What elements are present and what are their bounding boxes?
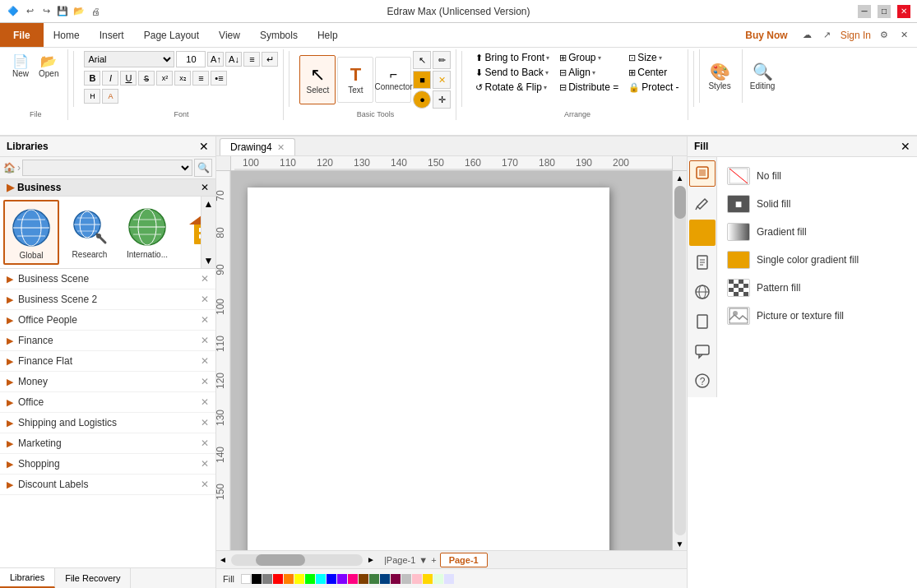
subscript-button[interactable]: x² xyxy=(156,71,173,86)
fill-option-none[interactable]: No fill xyxy=(724,164,862,188)
editing-panel-button[interactable]: 🔍 Editing xyxy=(742,49,783,103)
redo-icon[interactable]: ↪ xyxy=(39,5,53,18)
fill-tool-pencil[interactable] xyxy=(689,190,716,216)
protect-button[interactable]: 🔒 Protect - xyxy=(625,81,682,94)
scroll-down-button[interactable]: ▼ xyxy=(674,537,687,550)
fill-tool-doc2[interactable] xyxy=(689,308,716,335)
vscroll-thumb[interactable] xyxy=(674,186,686,219)
underline-button[interactable]: U xyxy=(120,71,137,86)
highlight-button[interactable]: H xyxy=(84,89,100,104)
library-item-discount[interactable]: ▶ Discount Labels ✕ xyxy=(0,475,215,495)
swatch-light-blue[interactable] xyxy=(444,574,454,584)
lib-item-close-5[interactable]: ✕ xyxy=(201,355,209,367)
font-increase-button[interactable]: A↑ xyxy=(207,52,224,67)
scroll-right-button[interactable]: ► xyxy=(364,553,377,567)
swatch-yellow[interactable] xyxy=(294,574,304,584)
undo-icon[interactable]: ↩ xyxy=(23,5,36,18)
library-item-business-scene-2[interactable]: ▶ Business Scene 2 ✕ xyxy=(0,289,215,310)
lib-item-close-7[interactable]: ✕ xyxy=(201,396,209,408)
font-color-button[interactable]: A xyxy=(102,89,118,104)
bring-front-button[interactable]: ⬆ Bring to Front ▾ xyxy=(472,51,553,64)
select-tool-button[interactable]: ↖ Select xyxy=(299,55,336,104)
swatch-pink[interactable] xyxy=(348,574,358,584)
swatch-dark-green[interactable] xyxy=(369,574,379,584)
hscroll-track[interactable] xyxy=(231,554,363,566)
swatch-light-green[interactable] xyxy=(433,574,443,584)
fill-tool-doc[interactable] xyxy=(689,249,716,275)
swatch-gray[interactable] xyxy=(262,574,272,584)
library-item-shopping[interactable]: ▶ Shopping ✕ xyxy=(0,454,215,475)
buy-now-link[interactable]: Buy Now xyxy=(739,30,794,41)
swatch-red[interactable] xyxy=(273,574,283,584)
canvas-tab-close-icon[interactable]: ✕ xyxy=(277,142,285,153)
lib-item-close-10[interactable]: ✕ xyxy=(201,458,209,470)
swatch-white[interactable] xyxy=(241,574,251,584)
bold-button[interactable]: B xyxy=(84,71,100,86)
canvas-scroll-area[interactable] xyxy=(231,171,672,550)
bullet-button[interactable]: •≡ xyxy=(211,71,227,86)
tab-libraries[interactable]: Libraries xyxy=(0,568,55,588)
swatch-maroon[interactable] xyxy=(391,574,401,584)
library-item-shipping[interactable]: ▶ Shipping and Logistics ✕ xyxy=(0,413,215,433)
group-button[interactable]: ⊞ Group ▾ xyxy=(556,51,622,64)
open-icon[interactable]: 📂 xyxy=(72,5,86,18)
swatch-blue[interactable] xyxy=(327,574,336,584)
lib-item-close-6[interactable]: ✕ xyxy=(201,376,209,387)
icons-scroll-down-button[interactable]: ▼ xyxy=(201,253,215,268)
font-family-select[interactable]: Arial xyxy=(84,51,174,67)
category-close-button[interactable]: ✕ xyxy=(201,182,209,193)
swatch-cyan[interactable] xyxy=(316,574,326,584)
swatch-gold[interactable] xyxy=(423,574,433,584)
library-search-button[interactable]: 🔍 xyxy=(194,159,212,177)
canvas-paper[interactable] xyxy=(248,188,609,550)
minimize-button[interactable]: ─ xyxy=(858,5,871,18)
fill-option-pattern[interactable]: Pattern fill xyxy=(724,275,862,300)
fill-tool-globe[interactable] xyxy=(689,279,716,305)
fill-option-single-gradient[interactable]: ■ Single color gradient fill xyxy=(724,248,862,272)
add-page-button[interactable]: ▼ xyxy=(419,555,428,565)
swatch-orange[interactable] xyxy=(284,574,294,584)
icon-global[interactable]: Global xyxy=(3,200,59,265)
share-icon[interactable]: ↗ xyxy=(821,29,834,42)
fill-tool-chat[interactable] xyxy=(689,338,716,364)
fill-tool-paint[interactable] xyxy=(689,160,716,187)
library-item-finance-flat[interactable]: ▶ Finance Flat ✕ xyxy=(0,351,215,372)
print-icon[interactable]: 🖨 xyxy=(89,5,102,18)
lib-item-close-3[interactable]: ✕ xyxy=(201,314,209,326)
library-item-finance[interactable]: ▶ Finance ✕ xyxy=(0,331,215,351)
scroll-up-button[interactable]: ▲ xyxy=(674,171,687,184)
rotate-flip-button[interactable]: ↺ Rotate & Flip ▾ xyxy=(472,81,553,94)
close-button[interactable]: ✕ xyxy=(897,5,910,18)
page-tab-1[interactable]: Page-1 xyxy=(440,553,488,567)
library-item-money[interactable]: ▶ Money ✕ xyxy=(0,372,215,392)
library-category-select[interactable] xyxy=(22,160,192,176)
fill-close-button[interactable]: ✕ xyxy=(901,140,910,153)
connector-tool-button[interactable]: ⌐ Connector xyxy=(375,57,411,103)
swatch-green[interactable] xyxy=(305,574,315,584)
superscript-button[interactable]: x₂ xyxy=(174,71,191,86)
shape-pen-button[interactable]: ✏ xyxy=(433,51,451,69)
font-size-input[interactable] xyxy=(176,51,206,67)
styles-panel-button[interactable]: 🎨 Styles xyxy=(699,49,740,103)
libraries-close-button[interactable]: ✕ xyxy=(199,140,209,153)
swatch-purple[interactable] xyxy=(337,574,347,584)
distribute-button[interactable]: ⊟ Distribute = xyxy=(556,81,622,94)
save-icon[interactable]: 💾 xyxy=(56,5,69,18)
italic-button[interactable]: I xyxy=(102,71,118,86)
add-page-plus-button[interactable]: + xyxy=(431,555,436,565)
tab-file-recovery[interactable]: File Recovery xyxy=(55,568,131,588)
home-icon[interactable]: 🏠 xyxy=(3,162,16,174)
menu-view[interactable]: View xyxy=(209,23,250,47)
swatch-light-pink[interactable] xyxy=(412,574,422,584)
menu-help[interactable]: Help xyxy=(308,23,348,47)
close-menu-icon[interactable]: ✕ xyxy=(897,29,910,42)
hscroll-thumb[interactable] xyxy=(256,554,305,566)
strikethrough-button[interactable]: S̶ xyxy=(138,71,155,86)
lib-item-close-2[interactable]: ✕ xyxy=(201,294,209,305)
library-item-business-scene[interactable]: ▶ Business Scene ✕ xyxy=(0,269,215,289)
menu-page-layout[interactable]: Page Layout xyxy=(134,23,209,47)
scroll-left-button[interactable]: ◄ xyxy=(216,553,229,567)
icon-research[interactable]: Research xyxy=(63,200,117,265)
fill-tool-color[interactable] xyxy=(689,220,716,246)
sign-in-link[interactable]: Sign In xyxy=(841,30,871,41)
